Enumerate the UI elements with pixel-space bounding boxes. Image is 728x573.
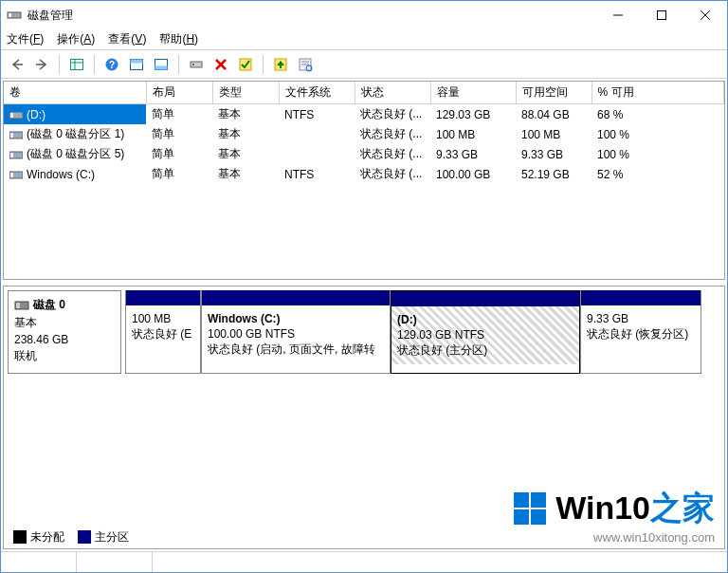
col-status[interactable]: 状态 xyxy=(355,82,430,104)
partition-status: 状态良好 (E xyxy=(132,326,194,342)
settings-icon[interactable] xyxy=(186,54,207,75)
check-button[interactable] xyxy=(235,54,256,75)
partition[interactable]: 100 MB状态良好 (E xyxy=(125,290,201,374)
col-type[interactable]: 类型 xyxy=(212,82,279,104)
svg-rect-32 xyxy=(10,153,13,157)
svg-rect-34 xyxy=(10,173,13,177)
window: 磁盘管理 文件(F) 操作(A) 查看(V) 帮助(H) ? xyxy=(0,0,728,573)
partition[interactable]: Windows (C:)100.00 GB NTFS状态良好 (启动, 页面文件… xyxy=(201,290,391,374)
legend-swatch-unallocated xyxy=(13,530,27,544)
legend-unallocated: 未分配 xyxy=(30,530,64,544)
titlebar[interactable]: 磁盘管理 xyxy=(1,1,727,29)
partition-size: 129.03 GB NTFS xyxy=(397,327,573,342)
menu-help[interactable]: 帮助(H) xyxy=(159,31,198,47)
partition[interactable]: (D:)129.03 GB NTFS状态良好 (主分区) xyxy=(391,290,580,374)
disk-label: 磁盘 0 xyxy=(33,297,65,313)
disk-status: 联机 xyxy=(14,348,115,364)
col-capacity[interactable]: 容量 xyxy=(430,82,516,104)
app-icon xyxy=(7,8,22,23)
table-row[interactable]: (磁盘 0 磁盘分区 1)简单基本状态良好 (...100 MB100 MB10… xyxy=(4,124,724,144)
partition-header-bar xyxy=(202,290,390,305)
svg-rect-30 xyxy=(10,133,13,138)
partition-status: 状态良好 (启动, 页面文件, 故障转 xyxy=(208,342,384,357)
up-button[interactable] xyxy=(270,54,291,75)
col-fs[interactable]: 文件系统 xyxy=(279,82,355,104)
properties-button[interactable] xyxy=(295,54,316,75)
menubar: 文件(F) 操作(A) 查看(V) 帮助(H) xyxy=(1,29,727,50)
table-row[interactable]: (D:)简单基本NTFS状态良好 (...129.03 GB88.04 GB68… xyxy=(4,104,724,125)
svg-point-18 xyxy=(192,64,194,65)
disk-size: 238.46 GB xyxy=(14,333,115,346)
legend-swatch-primary xyxy=(78,530,91,544)
svg-rect-14 xyxy=(131,59,143,63)
help-button[interactable]: ? xyxy=(101,54,122,75)
view-bottom-button[interactable] xyxy=(151,54,172,75)
partition[interactable]: 9.33 GB状态良好 (恢复分区) xyxy=(580,290,701,374)
partition-title: Windows (C:) xyxy=(208,311,384,326)
disk-icon xyxy=(14,299,29,312)
disk-row: 磁盘 0 基本 238.46 GB 联机 100 MB状态良好 (EWindow… xyxy=(4,286,724,378)
column-headers: 卷 布局 类型 文件系统 状态 容量 可用空间 % 可用 xyxy=(4,82,724,104)
forward-button[interactable] xyxy=(31,54,52,75)
menu-action[interactable]: 操作(A) xyxy=(57,31,95,47)
col-volume[interactable]: 卷 xyxy=(4,82,146,104)
minimize-button[interactable] xyxy=(596,1,640,29)
partition-size: 100.00 GB NTFS xyxy=(208,326,384,342)
disk-graphic-pane: 磁盘 0 基本 238.46 GB 联机 100 MB状态良好 (EWindow… xyxy=(3,286,725,549)
partition-header-bar xyxy=(391,291,579,306)
partition-status: 状态良好 (恢复分区) xyxy=(587,326,695,342)
drive-icon xyxy=(9,109,23,120)
svg-text:?: ? xyxy=(109,60,115,70)
col-pct[interactable]: % 可用 xyxy=(592,82,724,104)
window-title: 磁盘管理 xyxy=(27,8,596,24)
partition-title: (D:) xyxy=(397,312,573,327)
svg-rect-3 xyxy=(658,11,666,20)
svg-rect-16 xyxy=(155,65,168,69)
legend: 未分配 主分区 xyxy=(4,526,724,548)
table-row[interactable]: Windows (C:)简单基本NTFS状态良好 (...100.00 GB52… xyxy=(4,164,724,184)
svg-rect-17 xyxy=(191,62,202,67)
drive-icon xyxy=(9,149,23,160)
close-button[interactable] xyxy=(683,1,727,29)
drive-icon xyxy=(9,129,23,140)
view-list-button[interactable] xyxy=(66,54,87,75)
maximize-button[interactable] xyxy=(640,1,683,29)
delete-button[interactable] xyxy=(210,54,231,75)
partition-status: 状态良好 (主分区) xyxy=(397,342,573,358)
disk-type: 基本 xyxy=(14,315,115,331)
view-top-button[interactable] xyxy=(126,54,147,75)
legend-primary: 主分区 xyxy=(95,530,129,544)
menu-file[interactable]: 文件(F) xyxy=(7,31,44,47)
partition-header-bar xyxy=(126,290,200,305)
volume-list[interactable]: 卷 布局 类型 文件系统 状态 容量 可用空间 % 可用 (D:)简单基本NTF… xyxy=(3,81,725,280)
svg-rect-8 xyxy=(71,59,83,69)
col-layout[interactable]: 布局 xyxy=(146,82,212,104)
toolbar: ? xyxy=(1,50,727,79)
partition-size: 100 MB xyxy=(132,311,194,326)
disk-header[interactable]: 磁盘 0 基本 238.46 GB 联机 xyxy=(8,290,121,374)
col-free[interactable]: 可用空间 xyxy=(516,82,592,104)
statusbar xyxy=(1,551,727,572)
menu-view[interactable]: 查看(V) xyxy=(108,31,146,47)
svg-rect-36 xyxy=(16,303,20,308)
partition-header-bar xyxy=(581,290,701,305)
partition-size: 9.33 GB xyxy=(587,311,695,326)
svg-rect-28 xyxy=(10,113,13,118)
table-row[interactable]: (磁盘 0 磁盘分区 5)简单基本状态良好 (...9.33 GB9.33 GB… xyxy=(4,144,724,164)
svg-rect-1 xyxy=(9,13,11,17)
back-button[interactable] xyxy=(7,54,27,75)
drive-icon xyxy=(9,169,23,180)
